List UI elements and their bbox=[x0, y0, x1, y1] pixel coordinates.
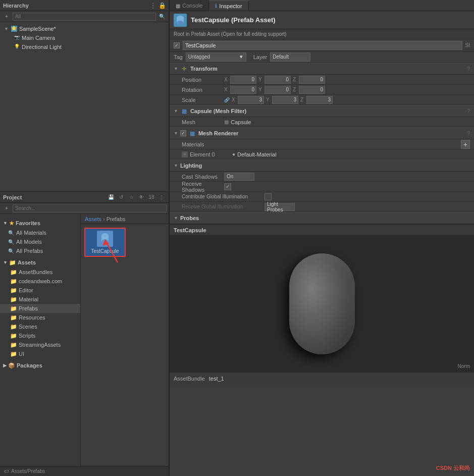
folder-assetbundles[interactable]: 📁 AssetBundles bbox=[0, 268, 80, 277]
folder-material[interactable]: 📁 Material bbox=[0, 295, 80, 304]
packages-label: Packages bbox=[17, 362, 42, 368]
receive-gi-value: Light Probes bbox=[267, 201, 292, 213]
tab-inspector[interactable]: ℹ Inspector bbox=[209, 1, 248, 11]
tab-console[interactable]: ▦ Console bbox=[170, 1, 209, 11]
favorites-header[interactable]: ▼ ★ Favorites bbox=[0, 218, 80, 228]
element-0-material-name: Default-Material bbox=[237, 151, 277, 157]
scene-icon: ⭐ bbox=[11, 26, 17, 32]
rotation-row: Rotation X Y Z bbox=[170, 85, 474, 95]
favorites-arrow-icon: ▼ bbox=[3, 221, 8, 226]
rotation-label: Rotation bbox=[182, 87, 222, 93]
hierarchy-header: Hierarchy ⋮ 🔒 bbox=[0, 0, 169, 11]
layer-label: Layer bbox=[253, 54, 268, 60]
folder-editor[interactable]: 📁 Editor bbox=[0, 286, 80, 295]
folder-prefabs[interactable]: 📁 Prefabs bbox=[0, 304, 80, 313]
rotation-x-label: X bbox=[224, 87, 229, 92]
tag-dropdown[interactable]: Untagged ▼ bbox=[186, 52, 246, 62]
position-y-field: Y bbox=[258, 76, 291, 84]
search-icon-materials: 🔍 bbox=[8, 230, 14, 236]
project-eye-icon[interactable]: 👁 bbox=[137, 193, 145, 201]
file-testcapsule-label: TestCapsule bbox=[91, 248, 119, 254]
file-testcapsule[interactable]: TestCapsule bbox=[85, 228, 125, 256]
breadcrumb-assets[interactable]: Assets bbox=[85, 216, 101, 222]
favorites-icon: ★ bbox=[9, 220, 14, 227]
scale-y-input[interactable] bbox=[272, 96, 298, 104]
mesh-renderer-section-header[interactable]: ▼ ✓ ▦ Mesh Renderer ? bbox=[170, 127, 474, 139]
project-breadcrumb: Assets › Prefabs bbox=[81, 214, 169, 224]
hierarchy-scene-root[interactable]: ▼ ⭐ SampleScene* bbox=[0, 24, 169, 33]
lighting-section-header[interactable]: ▼ Lighting bbox=[170, 160, 474, 172]
scenes-label: Scenes bbox=[19, 324, 37, 330]
receive-gi-dropdown[interactable]: Light Probes bbox=[265, 203, 295, 211]
scale-label: Scale bbox=[182, 97, 222, 103]
editor-label: Editor bbox=[19, 287, 33, 293]
rotation-x-field: X bbox=[224, 86, 256, 94]
position-x-field: X bbox=[224, 76, 256, 84]
inspector-icon: ℹ bbox=[215, 3, 217, 9]
hierarchy-item-directional-light[interactable]: 💡 Directional Light bbox=[0, 42, 169, 51]
object-active-checkbox[interactable]: ✓ bbox=[174, 42, 180, 48]
position-x-input[interactable] bbox=[230, 76, 256, 84]
mesh-renderer-help-icon[interactable]: ? bbox=[467, 131, 470, 136]
folder-scripts[interactable]: 📁 Scripts bbox=[0, 331, 80, 340]
folder-icon-streaming: 📁 bbox=[10, 342, 17, 348]
scene-name: SampleScene* bbox=[19, 26, 56, 32]
rotation-y-input[interactable] bbox=[265, 86, 291, 94]
hierarchy-light-label: Directional Light bbox=[22, 44, 62, 50]
inspector-tab-label: Inspector bbox=[219, 3, 242, 9]
receive-gi-row: Receive Global Illumination Light Probes bbox=[170, 202, 474, 212]
scale-x-input[interactable] bbox=[238, 96, 264, 104]
project-add-btn[interactable]: + bbox=[2, 204, 11, 213]
project-save-icon[interactable]: 💾 bbox=[107, 193, 115, 201]
all-materials-label: All Materials bbox=[16, 230, 46, 236]
folder-scenes[interactable]: 📁 Scenes bbox=[0, 322, 80, 331]
asset-bundle-row: AssetBundle test_1 bbox=[170, 372, 474, 384]
rotation-z-input[interactable] bbox=[299, 86, 325, 94]
hierarchy-item-main-camera[interactable]: 📷 Main Camera bbox=[0, 33, 169, 42]
receive-shadows-checkbox[interactable]: ✓ bbox=[224, 183, 231, 190]
sidebar-all-models[interactable]: 🔍 All Models bbox=[0, 237, 80, 246]
folder-ui[interactable]: 📁 UI bbox=[0, 349, 80, 358]
sidebar-all-prefabs[interactable]: 🔍 All Prefabs bbox=[0, 246, 80, 255]
hierarchy-content: ▼ ⭐ SampleScene* 📷 Main Camera 💡 Directi… bbox=[0, 22, 169, 191]
project-refresh-icon[interactable]: ↺ bbox=[117, 193, 125, 201]
cast-shadows-dropdown[interactable]: On bbox=[224, 173, 254, 181]
hierarchy-add-btn[interactable]: + bbox=[2, 12, 11, 21]
element-0-label: Element 0 bbox=[190, 151, 230, 157]
rotation-value: X Y Z bbox=[224, 86, 470, 94]
object-name-input[interactable] bbox=[183, 41, 462, 50]
hierarchy-lock-icon[interactable]: 🔒 bbox=[159, 2, 166, 9]
folder-codeandweb[interactable]: 📁 codeandweb.com bbox=[0, 277, 80, 286]
mesh-filter-help-icon[interactable]: ? bbox=[467, 109, 470, 114]
mesh-renderer-checkbox[interactable]: ✓ bbox=[180, 130, 186, 136]
contrib-gi-checkbox[interactable] bbox=[265, 193, 272, 200]
hierarchy-menu-icon[interactable]: ⋮ bbox=[149, 2, 156, 9]
rotation-x-input[interactable] bbox=[230, 86, 256, 94]
hierarchy-search-icon[interactable]: 🔍 bbox=[157, 12, 167, 21]
element-0-value: ● Default-Material bbox=[232, 151, 470, 157]
probes-section-header[interactable]: ▼ Probes bbox=[170, 212, 474, 224]
assets-header[interactable]: ▼ 📁 Assets bbox=[0, 257, 80, 268]
position-z-input[interactable] bbox=[299, 76, 325, 84]
mesh-renderer-icon: ▦ bbox=[188, 129, 196, 137]
project-menu-icon[interactable]: ⋮ bbox=[157, 193, 166, 201]
scale-z-input[interactable] bbox=[306, 96, 333, 104]
project-star-icon[interactable]: ☆ bbox=[127, 193, 135, 201]
folder-streaming[interactable]: 📁 StreamingAssets bbox=[0, 340, 80, 349]
sidebar-all-materials[interactable]: 🔍 All Materials bbox=[0, 228, 80, 237]
hierarchy-search-input[interactable] bbox=[13, 13, 156, 21]
mesh-row: Mesh ▦ Capsule bbox=[170, 117, 474, 127]
layer-dropdown[interactable]: Default bbox=[270, 52, 310, 62]
position-x-label: X bbox=[224, 77, 229, 82]
project-search-input[interactable] bbox=[13, 204, 167, 213]
tag-dropdown-arrow: ▼ bbox=[239, 54, 244, 60]
position-y-input[interactable] bbox=[265, 76, 291, 84]
transform-help-icon[interactable]: ? bbox=[467, 66, 470, 72]
folder-icon-resources: 📁 bbox=[10, 314, 17, 321]
transform-section-header[interactable]: ▼ ✛ Transform ? bbox=[170, 63, 474, 75]
mesh-filter-section-header[interactable]: ▼ ▦ Capsule (Mesh Filter) ? bbox=[170, 105, 474, 117]
folder-resources[interactable]: 📁 Resources bbox=[0, 313, 80, 322]
prefabs-label: Prefabs bbox=[19, 305, 38, 311]
materials-add-button[interactable]: + bbox=[461, 140, 470, 149]
packages-header[interactable]: ▶ 📦 Packages bbox=[0, 360, 80, 371]
